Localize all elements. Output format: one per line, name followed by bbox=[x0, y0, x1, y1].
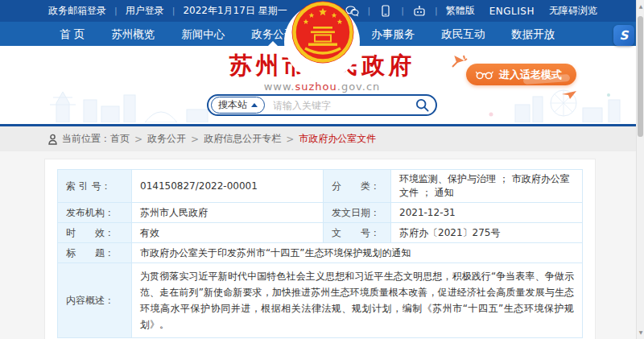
nav-item-services[interactable]: 办事服务 bbox=[371, 22, 415, 46]
current-date: 2022年1月17日 星期一 bbox=[183, 4, 287, 18]
nav-item-open-data[interactable]: 数据开放 bbox=[511, 22, 555, 46]
s-logo-icon: S bbox=[620, 28, 629, 43]
category-value: 环境监测、保护与治理 ； 市政府办公室文件 ； 通知 bbox=[391, 170, 583, 203]
url-prefix: www. bbox=[264, 81, 295, 93]
breadcrumb-item-home[interactable]: 首页 bbox=[110, 132, 130, 146]
mobile-icon[interactable] bbox=[378, 5, 393, 18]
org-value: 苏州市人民政府 bbox=[132, 203, 324, 223]
nav-item-overview[interactable]: 苏州概览 bbox=[111, 22, 155, 46]
table-row: 标 题： 市政府办公室关于印发苏州市“十四五”生态环境保护规划的通知 bbox=[58, 243, 583, 263]
index-label: 索 引 号： bbox=[58, 170, 132, 203]
search-icon bbox=[415, 98, 429, 112]
divider: | bbox=[114, 6, 118, 16]
table-row: 发布机构： 苏州市人民政府 发文日期： 2021-12-31 bbox=[58, 203, 583, 223]
user-login-link[interactable]: 用户登录 bbox=[126, 4, 164, 18]
breadcrumb-separator: > bbox=[191, 134, 199, 145]
org-label: 发布机构： bbox=[58, 203, 132, 223]
page-scrollbar[interactable]: ▲ ▼ bbox=[636, 0, 644, 339]
breadcrumb-separator: > bbox=[286, 134, 294, 145]
search-bar: 搜本站 bbox=[207, 94, 437, 116]
divider: | bbox=[401, 6, 404, 16]
title-value: 市政府办公室关于印发苏州市“十四五”生态环境保护规划的通知 bbox=[132, 243, 583, 263]
category-label: 分 类： bbox=[324, 170, 391, 203]
divider: | bbox=[435, 6, 438, 16]
validity-label: 时 效： bbox=[58, 223, 132, 243]
table-row: 内容概述： 为贯彻落实习近平新时代中国特色社会主义思想和习近平生态文明思想，积极… bbox=[58, 263, 583, 338]
search-input[interactable] bbox=[271, 99, 415, 112]
caret-up-icon bbox=[251, 103, 258, 107]
national-emblem-icon bbox=[291, 0, 355, 71]
breadcrumb-item-current: 市政府办公室文件 bbox=[299, 132, 376, 146]
breadcrumb-separator: > bbox=[134, 134, 142, 145]
divider: | bbox=[172, 6, 175, 16]
main-content: 索 引 号： 014150827/2022-00001 分 类： 环境监测、保护… bbox=[0, 151, 644, 339]
accessibility-link[interactable]: 无障碍浏览 bbox=[549, 4, 597, 18]
breadcrumb-label: 当前位置： bbox=[62, 132, 110, 146]
robot-client-icon[interactable] bbox=[412, 5, 427, 18]
document-info-card: 索 引 号： 014150827/2022-00001 分 类： 环境监测、保护… bbox=[44, 159, 596, 339]
url-suffix: .gov.cn bbox=[337, 81, 381, 93]
index-value: 014150827/2022-00001 bbox=[132, 170, 324, 203]
divider: | bbox=[368, 6, 371, 16]
table-row: 索 引 号： 014150827/2022-00001 分 类： 环境监测、保护… bbox=[58, 170, 583, 203]
topbar-right-group: | | | 繁體版 ENGLISH 无障碍浏览 bbox=[345, 4, 597, 18]
glasses-icon bbox=[476, 70, 493, 80]
nav-item-news[interactable]: 新闻中心 bbox=[181, 22, 225, 46]
english-link[interactable]: ENGLISH bbox=[489, 6, 535, 17]
search-button[interactable] bbox=[415, 98, 429, 112]
url-main: suzhou bbox=[295, 81, 337, 93]
breadcrumb: 当前位置： 首页 > 政务公开 > 政府信息公开专栏 > 市政府办公室文件 bbox=[0, 126, 644, 151]
issue-date-label: 发文日期： bbox=[324, 203, 391, 223]
validity-value: 有效 bbox=[132, 223, 324, 243]
floating-widget-button[interactable]: S bbox=[613, 25, 634, 46]
mail-login-link[interactable]: 政务邮箱登录 bbox=[48, 4, 106, 18]
table-row: 时 效： 有效 文 号： 苏府办〔2021〕275号 bbox=[58, 223, 583, 243]
issue-date-value: 2021-12-31 bbox=[391, 203, 583, 223]
summary-value: 为贯彻落实习近平新时代中国特色社会主义思想和习近平生态文明思想，积极践行“争当表… bbox=[132, 263, 583, 338]
search-scope-label: 搜本站 bbox=[218, 98, 247, 112]
title-label: 标 题： bbox=[58, 243, 132, 263]
document-info-table: 索 引 号： 014150827/2022-00001 分 类： 环境监测、保护… bbox=[57, 169, 583, 338]
nav-item-home[interactable]: 首 页 bbox=[60, 22, 85, 46]
decoration-plane-icon bbox=[560, 89, 580, 101]
breadcrumb-item-info-disclosure[interactable]: 政府信息公开专栏 bbox=[204, 132, 281, 146]
summary-label: 内容概述： bbox=[58, 263, 132, 338]
scroll-down-icon[interactable]: ▼ bbox=[637, 329, 644, 337]
doc-number-label: 文 号： bbox=[324, 223, 391, 243]
nav-item-interaction[interactable]: 政民互动 bbox=[441, 22, 485, 46]
decoration-sparkle-icon bbox=[451, 54, 469, 68]
search-scope-select[interactable]: 搜本站 bbox=[211, 97, 265, 114]
elder-mode-button[interactable]: 进入适老模式 bbox=[466, 64, 576, 85]
breadcrumb-item-gov-affairs[interactable]: 政务公开 bbox=[147, 132, 186, 146]
scrollbar-thumb[interactable] bbox=[638, 16, 643, 137]
scroll-up-icon[interactable]: ▲ bbox=[637, 2, 644, 10]
location-icon bbox=[48, 134, 57, 145]
traditional-chinese-link[interactable]: 繁體版 bbox=[446, 4, 475, 18]
doc-number-value: 苏府办〔2021〕275号 bbox=[391, 223, 583, 243]
